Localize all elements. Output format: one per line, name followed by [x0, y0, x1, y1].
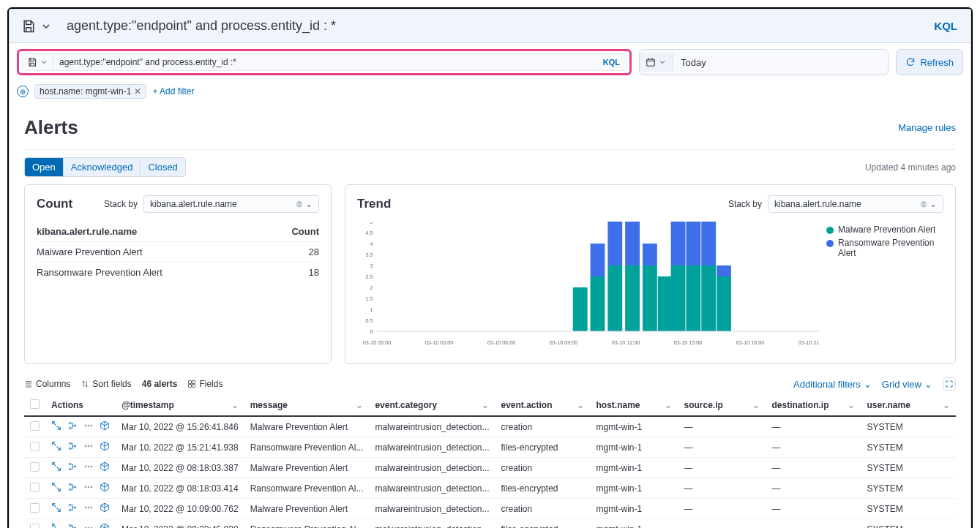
cell-message: Malware Prevention Alert	[244, 499, 370, 519]
col-timestamp[interactable]: @timestamp⌄	[116, 395, 244, 416]
secondary-query-input[interactable]: agent.type:"endpoint" and process.entity…	[53, 54, 597, 70]
clear-icon[interactable]: ⊗	[920, 199, 927, 209]
expand-action-icon[interactable]	[51, 461, 61, 474]
cube-action-icon[interactable]	[100, 482, 110, 494]
calendar-icon	[646, 57, 656, 67]
additional-filters-button[interactable]: Additional filters ⌄	[793, 379, 872, 390]
refresh-button[interactable]: Refresh	[896, 49, 963, 75]
secondary-save-button[interactable]	[23, 54, 53, 70]
last-updated-label: Updated 4 minutes ago	[865, 162, 956, 173]
status-tab-acknowledged[interactable]: Acknowledged	[63, 158, 141, 176]
analyze-action-icon[interactable]	[67, 420, 78, 433]
count-panel-title: Count	[37, 197, 72, 211]
cube-action-icon[interactable]	[100, 420, 110, 433]
expand-action-icon[interactable]	[51, 420, 61, 433]
status-tab-closed[interactable]: Closed	[140, 158, 184, 176]
col-user-name[interactable]: user.name⌄	[861, 395, 956, 416]
row-checkbox[interactable]	[30, 524, 40, 529]
chevron-down-icon: ⌄	[924, 379, 932, 390]
cell-timestamp: Mar 10, 2022 @ 08:18:03.414	[116, 478, 244, 499]
col-destination-ip[interactable]: destination.ip⌄	[766, 395, 861, 416]
cube-action-icon[interactable]	[100, 461, 110, 474]
col-source-ip[interactable]: source.ip⌄	[678, 395, 766, 416]
session-action-icon[interactable]	[83, 420, 94, 433]
count-col-count: Count	[269, 222, 319, 242]
legend-item[interactable]: Malware Prevention Alert	[826, 225, 943, 235]
analyze-action-icon[interactable]	[67, 523, 78, 528]
session-action-icon[interactable]	[83, 482, 94, 494]
sort-icon	[81, 380, 89, 388]
cube-action-icon[interactable]	[100, 441, 110, 453]
save-query-button[interactable]	[17, 16, 56, 37]
cell-host-name: mgmt-win-1	[590, 499, 678, 519]
remove-filter-icon[interactable]: ✕	[134, 86, 141, 97]
chevron-down-icon: ⌄	[305, 199, 313, 209]
kql-language-button[interactable]: KQL	[928, 17, 963, 35]
fields-button[interactable]: Fields	[187, 379, 222, 389]
legend-item[interactable]: Ransomware Prevention Alert	[826, 238, 943, 258]
trend-chart: 00.511.522.533.544.5503-10 00:0003-10 03…	[357, 222, 819, 353]
cube-action-icon[interactable]	[100, 502, 110, 515]
status-tab-open[interactable]: Open	[25, 158, 63, 176]
count-stack-by-label: Stack by	[104, 199, 138, 209]
select-all-checkbox[interactable]	[30, 399, 40, 409]
analyze-action-icon[interactable]	[67, 502, 78, 515]
fullscreen-button[interactable]	[943, 377, 956, 391]
session-action-icon[interactable]	[83, 502, 94, 515]
add-filter-button[interactable]: + Add filter	[152, 86, 194, 97]
count-stack-by-select[interactable]: kibana.alert.rule.name ⊗ ⌄	[143, 195, 319, 213]
secondary-kql-button[interactable]: KQL	[597, 55, 626, 69]
chevron-down-icon	[40, 58, 48, 67]
trend-stack-by-select[interactable]: kibana.alert.rule.name ⊗ ⌄	[768, 195, 943, 213]
row-checkbox[interactable]	[30, 483, 40, 492]
svg-text:2.5: 2.5	[366, 274, 373, 280]
analyze-action-icon[interactable]	[67, 482, 78, 494]
row-checkbox[interactable]	[30, 442, 40, 451]
cell-user-name: SYSTEM	[861, 437, 956, 458]
svg-text:03-10 09:00: 03-10 09:00	[550, 339, 577, 346]
columns-button[interactable]: Columns	[24, 379, 70, 389]
expand-action-icon[interactable]	[51, 482, 61, 494]
filter-chip-hostname[interactable]: host.name: mgmt-win-1 ✕	[34, 84, 146, 99]
sort-fields-button[interactable]: Sort fields	[81, 379, 131, 389]
svg-rect-23	[591, 276, 605, 331]
session-action-icon[interactable]	[83, 461, 94, 474]
calendar-button[interactable]	[640, 53, 673, 72]
col-host-name[interactable]: host.name⌄	[590, 395, 678, 416]
cube-action-icon[interactable]	[100, 523, 110, 528]
legend-swatch	[826, 227, 834, 234]
legend-label: Malware Prevention Alert	[838, 225, 935, 235]
top-query-input[interactable]: agent.type:"endpoint" and process.entity…	[61, 15, 924, 37]
svg-rect-32	[671, 265, 686, 331]
row-checkbox[interactable]	[30, 462, 40, 472]
expand-action-icon[interactable]	[51, 441, 61, 453]
session-action-icon[interactable]	[83, 441, 94, 453]
analyze-action-icon[interactable]	[67, 461, 78, 474]
cell-timestamp: Mar 10, 2022 @ 15:21:41.938	[116, 437, 244, 458]
grid-view-button[interactable]: Grid view ⌄	[882, 379, 932, 390]
row-checkbox[interactable]	[30, 421, 40, 431]
expand-action-icon[interactable]	[51, 523, 61, 528]
manage-rules-link[interactable]: Manage rules	[898, 122, 956, 133]
svg-rect-25	[607, 265, 622, 331]
clear-icon[interactable]: ⊗	[296, 199, 303, 209]
count-row: Ransomware Prevention Alert18	[37, 263, 319, 283]
session-action-icon[interactable]	[83, 523, 94, 528]
expand-action-icon[interactable]	[51, 502, 61, 515]
analyze-action-icon[interactable]	[67, 441, 78, 453]
cell-destination-ip: —	[766, 499, 861, 519]
page-title: Alerts	[24, 116, 78, 139]
cell-event-action: files-encrypted	[495, 478, 590, 499]
row-checkbox[interactable]	[30, 503, 40, 513]
svg-rect-31	[658, 276, 673, 331]
svg-text:03-10 00:00: 03-10 00:00	[363, 339, 391, 346]
cell-source-ip: —	[678, 437, 766, 458]
chart-legend: Malware Prevention AlertRansomware Preve…	[826, 222, 943, 353]
col-message[interactable]: message⌄	[244, 395, 370, 416]
filter-options-button[interactable]: ⊕	[17, 86, 29, 97]
col-event-action[interactable]: event.action⌄	[495, 395, 590, 416]
count-panel: Count Stack by kibana.alert.rule.name ⊗ …	[24, 184, 332, 364]
date-picker[interactable]: Today	[639, 49, 889, 75]
count-row: Malware Prevention Alert28	[37, 242, 319, 263]
col-event-category[interactable]: event.category⌄	[369, 395, 495, 416]
